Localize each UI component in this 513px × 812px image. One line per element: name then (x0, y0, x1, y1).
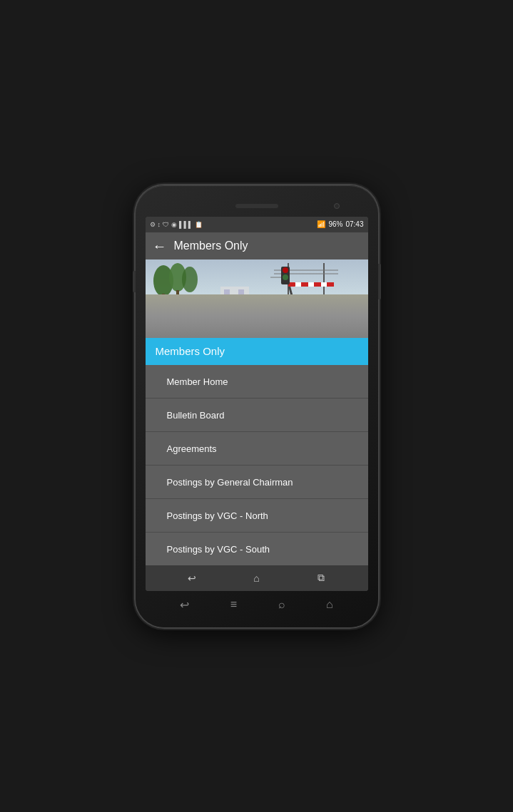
clipboard-icon: 📋 (195, 221, 203, 228)
railroad-scene (146, 259, 368, 338)
menu-item-label: Postings by VGC - South (167, 544, 270, 555)
profile-icon: ◉ (171, 221, 177, 228)
menu-item-label: Postings by VGC - North (167, 510, 268, 521)
svg-rect-15 (327, 282, 334, 287)
page-title: Members Only (174, 240, 248, 252)
status-left-icons: ⚙ ↕ 🛡 ◉ ▌▌▌ 📋 (150, 221, 203, 228)
svg-point-27 (283, 274, 288, 280)
phone-hardware-buttons: ↩ ≡ ⌕ ⌂ (146, 591, 368, 615)
svg-rect-22 (238, 289, 244, 297)
hw-search-button[interactable]: ⌕ (278, 598, 285, 611)
svg-rect-14 (314, 282, 321, 287)
scene-svg (146, 259, 368, 338)
wifi-icon: 📶 (317, 220, 325, 228)
status-bar: ⚙ ↕ 🛡 ◉ ▌▌▌ 📋 📶 96% 07:43 (146, 217, 368, 232)
signal-icon: ▌▌▌ (179, 221, 193, 228)
svg-rect-13 (301, 282, 308, 287)
menu-item-label: Bulletin Board (167, 410, 225, 421)
hw-menu-button[interactable]: ≡ (230, 598, 237, 611)
svg-rect-17 (146, 302, 368, 304)
menu-item-postings-vgc-south[interactable]: Postings by VGC - South (146, 533, 368, 565)
phone-screen: ⚙ ↕ 🛡 ◉ ▌▌▌ 📋 📶 96% 07:43 ← Members Only (146, 217, 368, 591)
power-button[interactable] (378, 264, 381, 299)
status-right-info: 📶 96% 07:43 (317, 220, 363, 228)
usb-icon: ↕ (158, 221, 161, 228)
hero-image (146, 259, 368, 338)
section-header-text: Members Only (156, 345, 225, 357)
settings-icon: ⚙ (150, 221, 156, 228)
svg-point-26 (283, 267, 288, 273)
hw-back-button[interactable]: ↩ (180, 598, 189, 612)
menu-item-bulletin-board[interactable]: Bulletin Board (146, 399, 368, 432)
front-camera (334, 203, 340, 209)
svg-rect-3 (162, 294, 165, 302)
svg-rect-19 (263, 308, 278, 311)
svg-rect-20 (220, 287, 249, 302)
menu-item-agreements[interactable]: Agreements (146, 432, 368, 466)
nav-back-button[interactable]: ↩ (181, 567, 203, 589)
menu-list: Member Home Bulletin Board Agreements Po… (146, 365, 368, 565)
nav-home-button[interactable]: ⌂ (245, 567, 267, 589)
clock: 07:43 (345, 220, 363, 228)
top-nav: ← Members Only (146, 232, 368, 259)
battery-percent: 96% (328, 220, 342, 228)
menu-item-postings-vgc-north[interactable]: Postings by VGC - North (146, 499, 368, 533)
nav-recent-button[interactable]: ⧉ (310, 567, 332, 589)
volume-button[interactable] (133, 271, 136, 292)
svg-rect-24 (199, 305, 210, 311)
menu-item-member-home[interactable]: Member Home (146, 365, 368, 399)
phone-speaker (235, 204, 278, 208)
phone-device: ⚙ ↕ 🛡 ◉ ▌▌▌ 📋 📶 96% 07:43 ← Members Only (136, 185, 378, 627)
back-button[interactable]: ← (153, 239, 167, 253)
svg-rect-18 (242, 308, 256, 311)
svg-point-2 (182, 267, 198, 292)
svg-rect-21 (224, 289, 230, 297)
menu-item-label: Member Home (167, 376, 228, 387)
shield-icon: 🛡 (163, 221, 169, 228)
bottom-nav-bar: ↩ ⌂ ⧉ (146, 565, 368, 591)
menu-item-label: Postings by General Chairman (167, 477, 293, 488)
menu-item-postings-general-chairman[interactable]: Postings by General Chairman (146, 466, 368, 499)
svg-rect-23 (195, 308, 213, 317)
menu-item-label: Agreements (167, 443, 217, 454)
section-header: Members Only (146, 338, 368, 365)
phone-top-bar (146, 198, 368, 214)
svg-rect-16 (146, 302, 368, 338)
svg-rect-4 (176, 290, 179, 299)
hw-home-button[interactable]: ⌂ (326, 598, 333, 611)
